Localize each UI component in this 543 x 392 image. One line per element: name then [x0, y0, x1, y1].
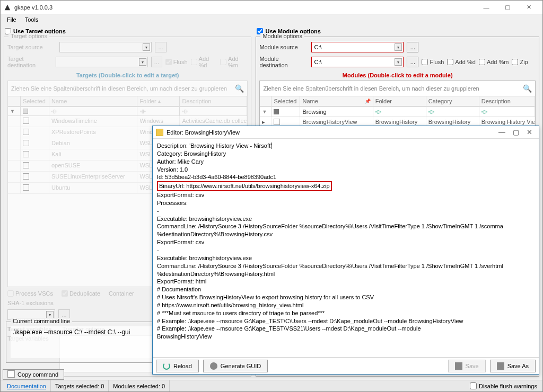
save-as-icon	[497, 362, 504, 370]
reload-icon	[163, 362, 170, 370]
menu-file[interactable]: File	[4, 15, 20, 24]
editor-toolbar: Reload Generate GUID Save Save As	[153, 357, 539, 374]
reload-button[interactable]: Reload	[156, 360, 199, 372]
copy-icon	[8, 371, 15, 378]
module-group-title: Module options	[260, 33, 304, 39]
app-icon	[4, 4, 11, 11]
filter-pin-icon[interactable]: 📌	[365, 99, 371, 104]
window-title: gkape v1.0.0.3	[14, 4, 476, 11]
sha1-label: SHA-1 exclusions	[7, 300, 56, 306]
dedup-checkbox[interactable]	[62, 290, 68, 297]
target-source-combo[interactable]: ▾	[59, 42, 152, 52]
close-button[interactable]: ✕	[518, 1, 539, 14]
add-m-checkbox[interactable]	[220, 59, 226, 65]
menubar: File Tools	[1, 14, 542, 25]
statusbar: Documentation Targets selected: 0 Module…	[1, 380, 542, 391]
save-button[interactable]: Save	[448, 360, 486, 372]
process-vscs-checkbox[interactable]	[7, 290, 14, 297]
target-dest-browse[interactable]: ...	[151, 57, 162, 67]
target-dest-combo[interactable]: ▾	[56, 57, 148, 67]
m-add-d-checkbox[interactable]	[447, 59, 453, 65]
search-icon[interactable]: 🔍	[235, 84, 244, 93]
titlebar: gkape v1.0.0.3 — ▢ ✕	[1, 1, 542, 14]
editor-textarea[interactable]: Description: 'Browsing History View - Ni…	[153, 139, 539, 357]
editor-max-button[interactable]: ▢	[513, 128, 519, 136]
target-group-title: Target options	[8, 33, 49, 39]
module-source-label: Module source	[259, 44, 308, 50]
editor-close-button[interactable]: ✕	[527, 128, 532, 136]
module-dest-browse[interactable]: ...	[407, 57, 418, 67]
editor-titlebar: Editor: BrowsingHistoryView — ▢ ✕	[153, 126, 539, 139]
m-add-m-checkbox[interactable]	[479, 59, 485, 65]
flush-checkbox[interactable]	[165, 59, 172, 65]
editor-icon	[156, 129, 163, 136]
menu-tools[interactable]: Tools	[22, 15, 42, 24]
editor-min-button[interactable]: —	[498, 128, 505, 136]
m-flush-checkbox[interactable]	[422, 59, 428, 65]
editor-window: Editor: BrowsingHistoryView — ▢ ✕ Descri…	[152, 126, 539, 375]
minimize-button[interactable]: —	[476, 1, 497, 14]
modules-selected-status: Modules selected: 0	[109, 380, 170, 391]
save-icon	[455, 362, 462, 370]
target-source-browse[interactable]: ...	[155, 42, 167, 52]
name-filter-input[interactable]: Browsing	[302, 109, 326, 115]
gear-icon	[210, 362, 217, 370]
targets-section-header: Targets (Double-click to edit a target)	[7, 70, 248, 81]
copy-command-button[interactable]: Copy command	[3, 369, 64, 380]
add-d-checkbox[interactable]	[191, 59, 197, 65]
disable-flush-checkbox[interactable]	[470, 382, 477, 389]
save-as-button[interactable]: Save As	[490, 360, 536, 372]
module-source-combo[interactable]: C:\▾	[311, 42, 404, 52]
module-source-browse[interactable]: ...	[407, 42, 418, 52]
modules-section-header: Modules (Double-click to edit a module)	[259, 70, 536, 81]
main-window: gkape v1.0.0.3 — ▢ ✕ File Tools Use Targ…	[0, 0, 543, 392]
search-icon[interactable]: 🔍	[523, 84, 532, 93]
m-zip-checkbox[interactable]	[512, 59, 518, 65]
binary-url-highlight: BinaryUrl: https://www.nirsoft.net/utils…	[157, 181, 332, 191]
generate-guid-button[interactable]: Generate GUID	[203, 360, 268, 372]
select-all-checkbox[interactable]	[274, 109, 279, 114]
targets-selected-status: Targets selected: 0	[51, 380, 109, 391]
maximize-button[interactable]: ▢	[497, 1, 518, 14]
module-dest-label: Module destination	[259, 56, 308, 68]
module-dest-combo[interactable]: C:\▾	[311, 57, 404, 67]
filter-icon[interactable]: ▼	[10, 109, 15, 114]
target-source-label: Target source	[7, 44, 56, 50]
filter-icon[interactable]: ▼	[262, 109, 267, 114]
target-dest-label: Target destination	[7, 56, 52, 68]
documentation-link[interactable]: Documentation	[7, 383, 46, 389]
